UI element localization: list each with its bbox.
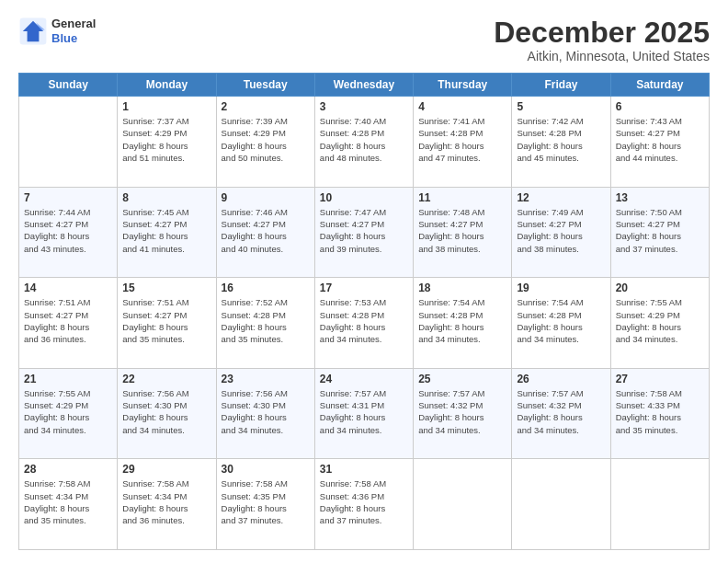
cell-info-text: Sunrise: 7:51 AM Sunset: 4:27 PM Dayligh…	[122, 296, 210, 345]
header: General Blue December 2025 Aitkin, Minne…	[18, 17, 710, 63]
cell-date-number: 11	[418, 191, 506, 204]
cell-date-number: 10	[320, 191, 408, 204]
table-cell: 2Sunrise: 7:39 AM Sunset: 4:29 PM Daylig…	[216, 97, 314, 188]
cell-date-number: 4	[418, 100, 506, 113]
cell-date-number: 20	[616, 282, 704, 294]
cell-date-number: 14	[24, 282, 112, 294]
title-block: December 2025 Aitkin, Minnesota, United …	[494, 17, 710, 63]
cell-date-number: 24	[320, 373, 408, 385]
cell-date-number: 5	[517, 100, 605, 113]
table-cell: 19Sunrise: 7:54 AM Sunset: 4:28 PM Dayli…	[512, 278, 610, 369]
location: Aitkin, Minnesota, United States	[494, 49, 710, 63]
cell-date-number: 2	[222, 100, 310, 113]
cell-info-text: Sunrise: 7:58 AM Sunset: 4:35 PM Dayligh…	[222, 477, 310, 526]
cell-info-text: Sunrise: 7:40 AM Sunset: 4:28 PM Dayligh…	[320, 115, 408, 164]
cell-info-text: Sunrise: 7:48 AM Sunset: 4:27 PM Dayligh…	[418, 206, 506, 255]
cell-info-text: Sunrise: 7:58 AM Sunset: 4:34 PM Dayligh…	[24, 477, 112, 526]
logo: General Blue	[18, 17, 96, 46]
cell-date-number: 17	[320, 282, 408, 294]
table-cell: 12Sunrise: 7:49 AM Sunset: 4:27 PM Dayli…	[512, 187, 610, 278]
calendar-week-row: 28Sunrise: 7:58 AM Sunset: 4:34 PM Dayli…	[19, 459, 710, 550]
cell-date-number: 31	[320, 463, 408, 476]
cell-date-number: 3	[320, 100, 408, 113]
table-cell: 6Sunrise: 7:43 AM Sunset: 4:27 PM Daylig…	[610, 97, 709, 188]
cell-info-text: Sunrise: 7:44 AM Sunset: 4:27 PM Dayligh…	[24, 206, 112, 255]
table-cell: 3Sunrise: 7:40 AM Sunset: 4:28 PM Daylig…	[314, 97, 413, 188]
logo-icon	[18, 17, 48, 46]
cell-info-text: Sunrise: 7:41 AM Sunset: 4:28 PM Dayligh…	[418, 115, 506, 164]
table-cell	[19, 97, 118, 188]
calendar-week-row: 21Sunrise: 7:55 AM Sunset: 4:29 PM Dayli…	[19, 368, 710, 459]
calendar-week-row: 14Sunrise: 7:51 AM Sunset: 4:27 PM Dayli…	[19, 278, 710, 369]
col-tuesday: Tuesday	[216, 74, 314, 97]
cell-info-text: Sunrise: 7:50 AM Sunset: 4:27 PM Dayligh…	[616, 206, 704, 255]
col-wednesday: Wednesday	[314, 74, 413, 97]
cell-date-number: 18	[418, 282, 506, 294]
cell-info-text: Sunrise: 7:54 AM Sunset: 4:28 PM Dayligh…	[517, 296, 605, 345]
cell-date-number: 9	[222, 191, 310, 204]
col-monday: Monday	[118, 74, 216, 97]
cell-date-number: 23	[222, 373, 310, 385]
cell-info-text: Sunrise: 7:43 AM Sunset: 4:27 PM Dayligh…	[616, 115, 704, 164]
col-sunday: Sunday	[19, 74, 118, 97]
cell-info-text: Sunrise: 7:58 AM Sunset: 4:36 PM Dayligh…	[320, 477, 408, 526]
table-cell: 22Sunrise: 7:56 AM Sunset: 4:30 PM Dayli…	[118, 368, 216, 459]
cell-info-text: Sunrise: 7:53 AM Sunset: 4:28 PM Dayligh…	[320, 296, 408, 345]
calendar-week-row: 1Sunrise: 7:37 AM Sunset: 4:29 PM Daylig…	[19, 97, 710, 188]
month-title: December 2025	[494, 17, 710, 49]
table-cell: 16Sunrise: 7:52 AM Sunset: 4:28 PM Dayli…	[216, 278, 314, 369]
cell-date-number: 8	[122, 191, 210, 204]
cell-info-text: Sunrise: 7:55 AM Sunset: 4:29 PM Dayligh…	[616, 296, 704, 345]
table-cell: 8Sunrise: 7:45 AM Sunset: 4:27 PM Daylig…	[118, 187, 216, 278]
table-cell	[610, 459, 709, 550]
cell-date-number: 13	[616, 191, 704, 204]
cell-info-text: Sunrise: 7:57 AM Sunset: 4:32 PM Dayligh…	[418, 387, 506, 436]
cell-info-text: Sunrise: 7:39 AM Sunset: 4:29 PM Dayligh…	[222, 115, 310, 164]
table-cell: 23Sunrise: 7:56 AM Sunset: 4:30 PM Dayli…	[216, 368, 314, 459]
page: General Blue December 2025 Aitkin, Minne…	[0, 0, 728, 563]
cell-date-number: 6	[616, 100, 704, 113]
cell-date-number: 15	[122, 282, 210, 294]
cell-date-number: 26	[517, 373, 605, 385]
table-cell: 20Sunrise: 7:55 AM Sunset: 4:29 PM Dayli…	[610, 278, 709, 369]
cell-info-text: Sunrise: 7:57 AM Sunset: 4:32 PM Dayligh…	[517, 387, 605, 436]
table-cell: 4Sunrise: 7:41 AM Sunset: 4:28 PM Daylig…	[414, 97, 512, 188]
table-cell: 30Sunrise: 7:58 AM Sunset: 4:35 PM Dayli…	[216, 459, 314, 550]
table-cell	[512, 459, 610, 550]
table-cell: 24Sunrise: 7:57 AM Sunset: 4:31 PM Dayli…	[314, 368, 413, 459]
cell-date-number: 27	[616, 373, 704, 385]
cell-date-number: 29	[122, 463, 210, 476]
table-cell: 25Sunrise: 7:57 AM Sunset: 4:32 PM Dayli…	[414, 368, 512, 459]
cell-info-text: Sunrise: 7:49 AM Sunset: 4:27 PM Dayligh…	[517, 206, 605, 255]
table-cell: 1Sunrise: 7:37 AM Sunset: 4:29 PM Daylig…	[118, 97, 216, 188]
col-thursday: Thursday	[414, 74, 512, 97]
col-friday: Friday	[512, 74, 610, 97]
cell-info-text: Sunrise: 7:55 AM Sunset: 4:29 PM Dayligh…	[24, 387, 112, 436]
table-cell: 31Sunrise: 7:58 AM Sunset: 4:36 PM Dayli…	[314, 459, 413, 550]
table-cell: 15Sunrise: 7:51 AM Sunset: 4:27 PM Dayli…	[118, 278, 216, 369]
table-cell: 27Sunrise: 7:58 AM Sunset: 4:33 PM Dayli…	[610, 368, 709, 459]
cell-info-text: Sunrise: 7:51 AM Sunset: 4:27 PM Dayligh…	[24, 296, 112, 345]
table-cell: 18Sunrise: 7:54 AM Sunset: 4:28 PM Dayli…	[414, 278, 512, 369]
table-cell: 11Sunrise: 7:48 AM Sunset: 4:27 PM Dayli…	[414, 187, 512, 278]
table-cell: 28Sunrise: 7:58 AM Sunset: 4:34 PM Dayli…	[19, 459, 118, 550]
cell-date-number: 12	[517, 191, 605, 204]
cell-date-number: 19	[517, 282, 605, 294]
calendar-week-row: 7Sunrise: 7:44 AM Sunset: 4:27 PM Daylig…	[19, 187, 710, 278]
cell-info-text: Sunrise: 7:57 AM Sunset: 4:31 PM Dayligh…	[320, 387, 408, 436]
cell-info-text: Sunrise: 7:42 AM Sunset: 4:28 PM Dayligh…	[517, 115, 605, 164]
cell-info-text: Sunrise: 7:46 AM Sunset: 4:27 PM Dayligh…	[222, 206, 310, 255]
table-cell: 26Sunrise: 7:57 AM Sunset: 4:32 PM Dayli…	[512, 368, 610, 459]
table-cell: 29Sunrise: 7:58 AM Sunset: 4:34 PM Dayli…	[118, 459, 216, 550]
cell-info-text: Sunrise: 7:58 AM Sunset: 4:33 PM Dayligh…	[616, 387, 704, 436]
table-cell: 14Sunrise: 7:51 AM Sunset: 4:27 PM Dayli…	[19, 278, 118, 369]
calendar-table: Sunday Monday Tuesday Wednesday Thursday…	[18, 73, 710, 550]
cell-info-text: Sunrise: 7:52 AM Sunset: 4:28 PM Dayligh…	[222, 296, 310, 345]
table-cell: 7Sunrise: 7:44 AM Sunset: 4:27 PM Daylig…	[19, 187, 118, 278]
cell-date-number: 21	[24, 373, 112, 385]
cell-info-text: Sunrise: 7:56 AM Sunset: 4:30 PM Dayligh…	[222, 387, 310, 436]
table-cell: 17Sunrise: 7:53 AM Sunset: 4:28 PM Dayli…	[314, 278, 413, 369]
cell-date-number: 1	[122, 100, 210, 113]
table-cell	[414, 459, 512, 550]
table-cell: 21Sunrise: 7:55 AM Sunset: 4:29 PM Dayli…	[19, 368, 118, 459]
